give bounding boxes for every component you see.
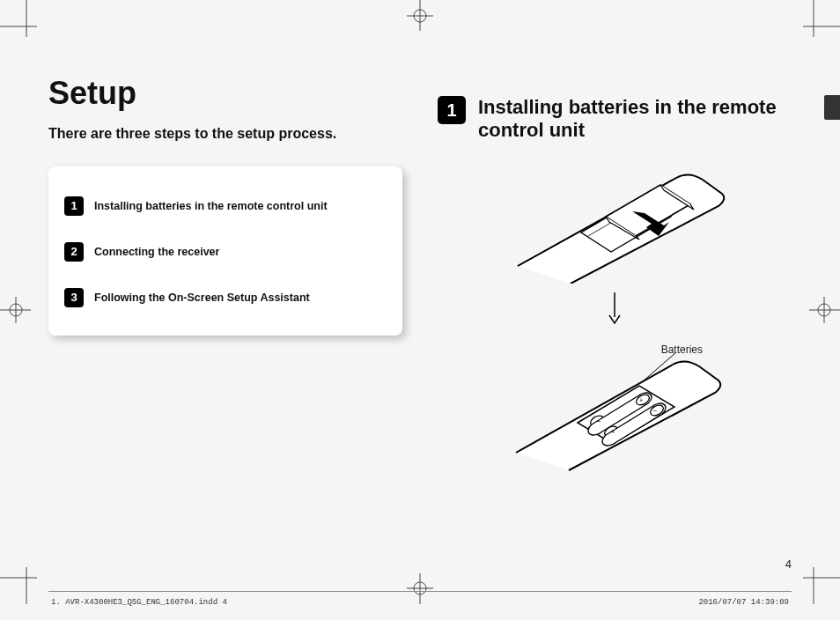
crop-mark-icon [787, 0, 840, 40]
steps-panel: 1 Installing batteries in the remote con… [48, 166, 402, 336]
footer-file: 1. AVR-X4300HE3_QSG_ENG_160704.indd 4 [51, 598, 227, 607]
section-number-badge: 1 [438, 96, 466, 124]
footer-rule [48, 591, 792, 592]
batteries-label: Batteries [661, 343, 703, 356]
arrow-down-icon [608, 292, 622, 328]
registration-mark-icon [402, 0, 438, 31]
registration-mark-icon [402, 573, 438, 604]
remote-batteries-illustration: Batteries − + [500, 336, 729, 477]
remote-cover-illustration [500, 160, 729, 284]
step-label: Following the On-Screen Setup Assistant [94, 292, 310, 304]
step-number-badge: 2 [64, 242, 84, 262]
svg-text:+: + [639, 397, 643, 403]
registration-mark-icon [809, 292, 840, 328]
section-header: 1 Installing batteries in the remote con… [438, 96, 792, 143]
svg-text:+: + [611, 429, 615, 435]
left-column: Setup There are three steps to the setup… [48, 40, 402, 572]
thumb-tab [824, 95, 840, 120]
step-label: Connecting the receiver [94, 246, 219, 258]
step-row-1: 1 Installing batteries in the remote con… [64, 196, 387, 216]
crop-mark-icon [0, 565, 53, 604]
svg-text:−: − [653, 407, 658, 415]
step-number-badge: 1 [64, 196, 84, 216]
right-column: 1 Installing batteries in the remote con… [438, 40, 792, 572]
crop-mark-icon [787, 565, 840, 604]
svg-text:−: − [597, 417, 601, 425]
illustration-area: Batteries − + [438, 160, 792, 477]
page-title: Setup [48, 75, 402, 112]
page-content: Setup There are three steps to the setup… [48, 40, 792, 572]
page-number: 4 [785, 557, 792, 571]
section-title: Installing batteries in the remote contr… [478, 96, 792, 143]
footer-timestamp: 2016/07/07 14:39:09 [698, 598, 789, 607]
step-label: Installing batteries in the remote contr… [94, 200, 328, 212]
registration-mark-icon [0, 292, 31, 328]
step-row-2: 2 Connecting the receiver [64, 242, 387, 262]
step-number-badge: 3 [64, 288, 84, 307]
step-row-3: 3 Following the On-Screen Setup Assistan… [64, 288, 387, 307]
page-subtitle: There are three steps to the setup proce… [48, 124, 402, 144]
crop-mark-icon [0, 0, 53, 40]
